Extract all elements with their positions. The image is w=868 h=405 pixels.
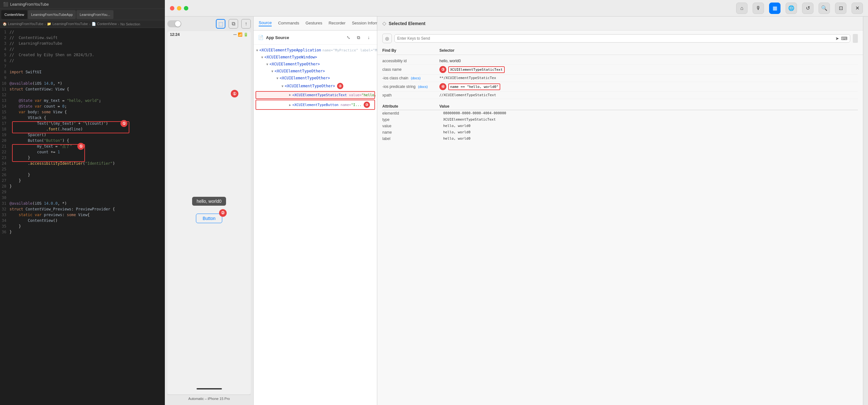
tab-source-label: Source — [259, 20, 272, 25]
name-key: name — [382, 130, 439, 135]
annotation-3-circle: ③ — [439, 66, 446, 73]
download-source-button[interactable]: ↓ — [365, 34, 372, 41]
tree-node-statictext[interactable]: ▶ <XCUIElementTypeStaticText value= "hel… — [255, 91, 375, 99]
code-line-15: 15 var body: some View { — [0, 109, 165, 115]
traffic-lights — [170, 6, 188, 10]
microphone-icon: 🎙 — [756, 5, 761, 11]
target-icon-button[interactable]: ⬚ — [216, 19, 225, 29]
home-icon: ⌂ — [740, 5, 743, 11]
code-line-2: 2 // ContentView.swift — [0, 35, 165, 40]
code-line-20: 20 Button("Button") { — [0, 138, 165, 143]
phone-bottom-bar — [167, 383, 251, 395]
toggle-switch[interactable] — [167, 20, 181, 27]
copy-icon-button[interactable]: ⧉ — [228, 19, 238, 29]
label-key: label — [382, 137, 439, 141]
source-tree: ▼ <XCUIElementTypeApplication name="MyPr… — [254, 45, 377, 405]
enter-keys-input[interactable] — [397, 36, 833, 40]
keyboard-icon-button[interactable]: ⌨ — [841, 36, 847, 41]
tree-node-window[interactable]: ▼ <XCUIElementTypeWindow> — [254, 54, 377, 61]
code-line-34: 34 ContentView() — [0, 218, 165, 224]
search-button[interactable]: 🔍 — [818, 3, 830, 14]
grid-button[interactable]: ▦ — [769, 3, 780, 14]
code-editor[interactable]: ① ① 1 // 2 // ContentView.swift 3 // Lea… — [0, 28, 165, 405]
globe-button[interactable]: 🌐 — [785, 3, 797, 14]
tab-source[interactable]: Source — [259, 20, 272, 26]
code-line-28: 28 } — [0, 183, 165, 189]
refresh-button[interactable]: ↺ — [802, 3, 813, 14]
attr-row-value: value hello, world0 — [382, 123, 858, 129]
annotation-circle-1a: ① — [121, 120, 127, 127]
microphone-button[interactable]: 🎙 — [753, 3, 764, 14]
selected-element-header: ◇ Selected Element — [377, 17, 863, 30]
home-button[interactable]: ⌂ — [736, 3, 747, 14]
breadcrumb-item-2: 📁 LearningFromYouTube — [47, 22, 88, 26]
device-bar-text: Automatic – iPhone 15 Pro — [188, 397, 230, 401]
hello-world-badge: hello, world0 — [192, 198, 226, 204]
breadcrumb: 🏠 LearningFromYouTube › 📁 LearningFromYo… — [0, 20, 165, 28]
find-by-label: Find By — [382, 48, 439, 53]
tree-node-button[interactable]: ▶ <XCUIElementTypeButton name= "I... ③ — [255, 100, 375, 110]
grid-icon: ▦ — [773, 5, 777, 11]
ios-predicate-label: -ios predicate string (docs) — [382, 84, 439, 89]
tab-commands-label: Commands — [278, 21, 299, 25]
elementid-val: 08000000-0000-0000-4004-000000 — [443, 111, 858, 116]
ios-class-chain-docs-link[interactable]: (docs) — [411, 76, 421, 80]
xcode-editor-panel: ⬛ LearningFromYouTube ContentView Learni… — [0, 0, 165, 405]
prop-row-xpath: xpath //XCUIElementTypeStaticText — [382, 92, 858, 99]
code-line-26: 26 } — [0, 172, 165, 178]
tree-node-application[interactable]: ▼ <XCUIElementTypeApplication name="MyPr… — [254, 47, 377, 54]
tree-node-other-3[interactable]: ▼ <XCUIElementTypeOther> — [254, 67, 377, 75]
tab-commands[interactable]: Commands — [278, 21, 299, 26]
annotation-circle-1b: ① — [78, 143, 84, 150]
tab-learningapp[interactable]: LearningFromYouTubeApp — [28, 10, 76, 19]
copy-source-button[interactable]: ⧉ — [355, 34, 362, 41]
code-line-3: 3 // LearningFromYouTube — [0, 40, 165, 46]
export-icon-button[interactable]: ↑ — [241, 19, 251, 29]
tree-node-other-4[interactable]: ▼ <XCUIElementTypeOther> — [254, 75, 377, 82]
find-by-selector-header: Find By Selector — [377, 46, 863, 55]
accessibility-id-value: hello, world0 — [439, 59, 858, 63]
tab-recorder[interactable]: Recorder — [329, 21, 345, 26]
debugger-titlebar: ⌂ 🎙 ▦ 🌐 ↺ 🔍 ⊡ ✕ — [165, 0, 868, 17]
properties-panel: ◇ Selected Element ◎ ➤ ⌨ Find By Selecto… — [377, 17, 863, 405]
tab-gestures[interactable]: Gestures — [306, 21, 322, 26]
ios-predicate-docs-link[interactable]: (docs) — [418, 85, 428, 89]
prop-row-ios-class-chain: -ios class chain (docs) **/XCUIElementTy… — [382, 75, 858, 82]
tab-learningfrom[interactable]: LearningFromYou... — [76, 10, 113, 19]
debugger-main: ⬚ ⧉ ↑ 12:24 ··· 📶 🔋 — [165, 17, 868, 405]
code-line-36: 36 } — [0, 229, 165, 235]
prop-row-class-name: class name ③ XCUIElementTypeStaticText — [382, 65, 858, 75]
tab-recorder-label: Recorder — [329, 21, 345, 25]
tree-node-other-5[interactable]: ▼ <XCUIElementTypeOther> ② — [254, 82, 377, 90]
send-keys-button[interactable]: ➤ — [835, 36, 839, 41]
device-bar: Automatic – iPhone 15 Pro — [167, 395, 251, 402]
resize-button[interactable]: ⊡ — [835, 3, 846, 14]
find-target-icon-button[interactable]: ◎ — [382, 34, 392, 43]
annotation-circle-3b: ③ — [364, 102, 370, 108]
refresh-icon: ↺ — [806, 5, 810, 11]
close-button[interactable] — [170, 6, 174, 10]
globe-icon: 🌐 — [788, 5, 795, 11]
type-val: XCUIElementTypeStaticText — [443, 117, 858, 122]
enter-keys-input-wrap[interactable]: ➤ ⌨ — [394, 34, 850, 42]
xcode-app-icon: ⬛ — [3, 2, 8, 7]
phone-button-container: Button ② — [196, 213, 222, 223]
phone-ui-button[interactable]: Button — [196, 213, 222, 223]
close-window-button[interactable]: ✕ — [851, 3, 863, 14]
resize-icon: ⊡ — [839, 5, 843, 11]
minimize-button[interactable] — [177, 6, 181, 10]
tab-contentview[interactable]: ContentView — [1, 10, 27, 19]
code-line-4: 4 // — [0, 46, 165, 52]
tree-node-other-2[interactable]: ▼ <XCUIElementTypeOther> — [254, 61, 377, 67]
code-line-12: 12 — [0, 92, 165, 98]
maximize-button[interactable] — [184, 6, 188, 10]
breadcrumb-item-1: 🏠 LearningFromYouTube — [3, 22, 43, 26]
expand-icon-button[interactable]: ⤡ — [345, 34, 352, 41]
breadcrumb-item-3: 📄 ContentView — [92, 22, 117, 26]
debugger-panel: ⌂ 🎙 ▦ 🌐 ↺ 🔍 ⊡ ✕ — [165, 0, 868, 405]
attr-row-type: type XCUIElementTypeStaticText — [382, 116, 858, 123]
code-line-24: 24 .accessibilityIdentifier("Identifier"… — [0, 161, 165, 166]
right-edge-panel — [863, 17, 868, 405]
name-val: hello, world0 — [443, 130, 858, 135]
value-key: value — [382, 124, 439, 128]
